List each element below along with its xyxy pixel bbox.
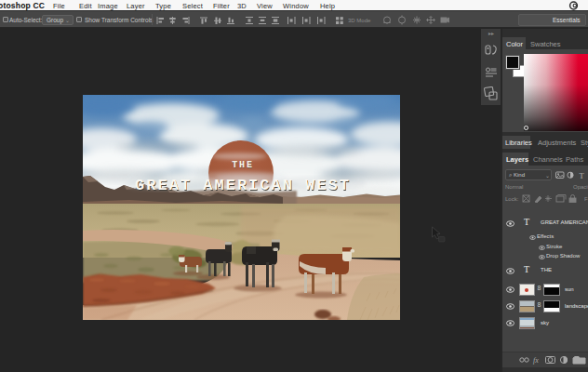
svg-text:GREAT AMERICAN WEST: GREAT AMERICAN WEST <box>135 177 351 194</box>
svg-text:THE: THE <box>232 160 253 170</box>
svg-text:T: T <box>580 171 585 179</box>
svg-text:fx: fx <box>533 356 539 365</box>
